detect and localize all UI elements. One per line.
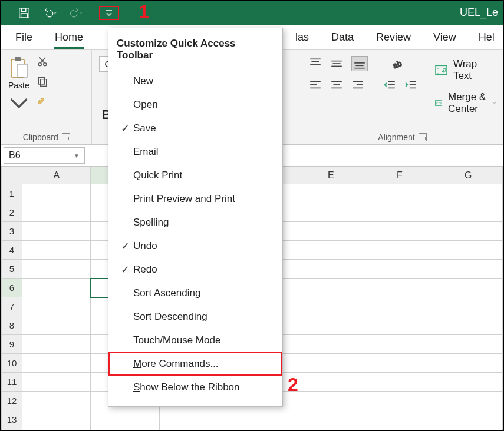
cell[interactable] (365, 392, 434, 410)
cell[interactable] (297, 203, 365, 222)
tab-formulas[interactable]: las (291, 26, 314, 49)
menu-item-email[interactable]: Email (108, 140, 282, 164)
undo-icon[interactable] (44, 6, 57, 19)
cell[interactable] (434, 373, 502, 392)
cell[interactable] (91, 410, 159, 429)
customize-qat-button[interactable] (99, 6, 119, 20)
select-all-corner[interactable] (2, 167, 22, 184)
tab-view[interactable]: View (429, 26, 461, 49)
row-header[interactable]: 14 (2, 429, 22, 432)
cell[interactable] (434, 203, 502, 222)
decrease-indent-icon[interactable] (383, 79, 396, 91)
format-painter-icon[interactable] (37, 95, 48, 108)
row-header[interactable]: 4 (2, 241, 22, 260)
cell[interactable] (22, 241, 91, 260)
save-icon[interactable] (18, 6, 31, 19)
cell[interactable] (365, 410, 434, 429)
cell[interactable] (297, 429, 365, 432)
orientation-icon[interactable]: ab (391, 58, 404, 69)
cell[interactable] (365, 203, 434, 222)
cell[interactable] (297, 260, 365, 279)
cell[interactable] (434, 354, 502, 373)
copy-icon[interactable] (37, 75, 48, 89)
cell[interactable] (434, 184, 502, 203)
menu-item-sort-descending[interactable]: Sort Descending (108, 305, 282, 329)
cut-icon[interactable] (37, 56, 48, 69)
cell[interactable] (434, 279, 502, 297)
tab-data[interactable]: Data (327, 26, 358, 49)
menu-item-print-preview-and-print[interactable]: Print Preview and Print (108, 187, 282, 211)
row-header[interactable]: 11 (2, 373, 22, 392)
cell[interactable] (297, 279, 365, 297)
menu-item-save[interactable]: ✓Save (108, 117, 282, 140)
wrap-text-button[interactable]: abc Wrap Text (435, 58, 496, 82)
menu-item-spelling[interactable]: Spelling (108, 211, 282, 234)
cell[interactable] (22, 184, 91, 203)
cell[interactable] (159, 429, 228, 432)
column-header[interactable]: F (365, 167, 434, 184)
menu-item-touch-mouse-mode[interactable]: Touch/Mouse Mode (108, 329, 282, 352)
cell[interactable] (22, 260, 91, 279)
cell[interactable] (365, 373, 434, 392)
cell[interactable] (22, 354, 91, 373)
cell[interactable] (228, 410, 297, 429)
cell[interactable] (434, 316, 502, 335)
cell[interactable] (91, 429, 159, 432)
cell[interactable] (159, 410, 228, 429)
cell[interactable] (22, 410, 91, 429)
menu-item-sort-ascending[interactable]: Sort Ascending (108, 281, 282, 305)
tab-file[interactable]: File (11, 26, 37, 49)
tab-home[interactable]: Home (50, 26, 88, 49)
cell[interactable] (297, 241, 365, 260)
cell[interactable] (297, 373, 365, 392)
menu-item-new[interactable]: New (108, 69, 282, 93)
cell[interactable] (297, 410, 365, 429)
cell[interactable] (365, 429, 434, 432)
paste-button[interactable]: Paste (8, 56, 29, 115)
align-bottom-icon[interactable] (351, 56, 368, 71)
row-header[interactable]: 6 (2, 279, 22, 297)
cell[interactable] (22, 297, 91, 316)
menu-item-show-below-the-ribbon[interactable]: Show Below the Ribbon (108, 376, 282, 399)
cell[interactable] (297, 316, 365, 335)
cell[interactable] (22, 279, 91, 297)
row-header[interactable]: 2 (2, 203, 22, 222)
alignment-launcher-icon[interactable] (419, 133, 427, 141)
cell[interactable] (297, 297, 365, 316)
row-header[interactable]: 9 (2, 335, 22, 354)
row-header[interactable]: 12 (2, 392, 22, 410)
menu-item-quick-print[interactable]: Quick Print (108, 164, 282, 187)
cell[interactable] (297, 222, 365, 241)
column-header[interactable]: G (434, 167, 502, 184)
row-header[interactable]: 5 (2, 260, 22, 279)
cell[interactable] (365, 335, 434, 354)
cell[interactable] (228, 429, 297, 432)
cell[interactable] (297, 184, 365, 203)
cell[interactable] (22, 392, 91, 410)
align-center-icon[interactable] (330, 79, 343, 91)
cell[interactable] (365, 279, 434, 297)
align-left-icon[interactable] (309, 79, 322, 91)
menu-item-open[interactable]: Open (108, 93, 282, 117)
cell[interactable] (434, 429, 502, 432)
cell[interactable] (22, 222, 91, 241)
row-header[interactable]: 10 (2, 354, 22, 373)
increase-indent-icon[interactable] (404, 79, 417, 91)
cell[interactable] (297, 335, 365, 354)
cell[interactable] (22, 316, 91, 335)
redo-icon[interactable] (70, 6, 83, 19)
tab-review[interactable]: Review (371, 26, 416, 49)
row-header[interactable]: 1 (2, 184, 22, 203)
cell[interactable] (434, 260, 502, 279)
cell[interactable] (365, 241, 434, 260)
menu-item-redo[interactable]: ✓Redo (108, 258, 282, 281)
clipboard-launcher-icon[interactable] (62, 133, 70, 141)
cell[interactable] (434, 410, 502, 429)
cell[interactable] (434, 297, 502, 316)
name-box[interactable]: B6 ▼ (4, 147, 85, 164)
row-header[interactable]: 13 (2, 410, 22, 429)
align-top-icon[interactable] (309, 58, 322, 69)
cell[interactable] (434, 392, 502, 410)
cell[interactable] (297, 354, 365, 373)
cell[interactable] (22, 335, 91, 354)
